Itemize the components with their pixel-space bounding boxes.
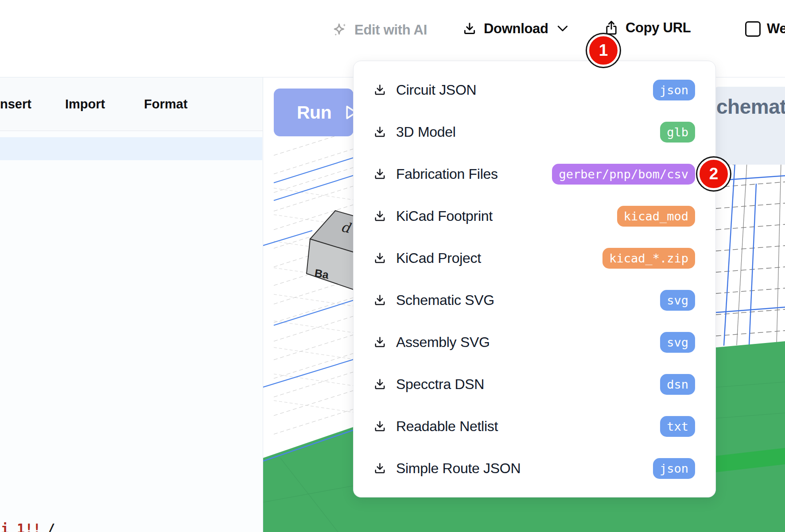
menu-item-label: KiCad Project <box>396 250 481 266</box>
menu-item-label: Assembly SVG <box>396 334 490 351</box>
run-button-label: Run <box>297 102 331 123</box>
download-menu-item[interactable]: Readable Netlist txt <box>354 405 715 447</box>
download-menu-item[interactable]: Circuit JSON json <box>354 69 715 111</box>
code-slash-text: / <box>47 521 55 532</box>
webview-label: We <box>767 21 785 37</box>
webview-toggle[interactable]: We <box>745 21 785 37</box>
menu-insert[interactable]: nsert <box>0 97 31 112</box>
download-icon <box>373 462 387 475</box>
download-menu-item[interactable]: Simple Route JSON json <box>354 447 715 490</box>
download-menu: Circuit JSON json 3D Model glb Fabricati… <box>353 61 716 497</box>
menu-item-format-badge: kicad_mod <box>617 206 695 227</box>
download-icon <box>373 251 387 265</box>
annotation-step-2: 2 <box>697 158 730 190</box>
download-menu-item[interactable]: KiCad Project kicad_*.zip <box>354 237 715 279</box>
play-icon <box>345 105 354 120</box>
copy-url-button[interactable]: Copy URL <box>604 20 691 36</box>
box-front-label: Ba <box>314 266 330 281</box>
download-menu-item[interactable]: 3D Model glb <box>354 111 715 153</box>
sparkle-icon <box>331 21 348 39</box>
download-menu-item[interactable]: KiCad Footprint kicad_mod <box>354 195 715 237</box>
menu-item-format-badge: json <box>653 80 695 101</box>
annotation-step-1: 1 <box>587 34 620 67</box>
menu-item-format-badge: dsn <box>660 374 695 395</box>
menu-item-format-badge: txt <box>660 416 695 437</box>
menu-item-format-badge: glb <box>660 122 695 143</box>
menu-item-format-badge: json <box>653 458 695 479</box>
download-icon <box>373 335 387 349</box>
menu-item-format-badge: svg <box>660 290 695 311</box>
menu-item-format-badge: kicad_*.zip <box>602 248 695 269</box>
menu-format[interactable]: Format <box>144 97 187 112</box>
download-menu-item[interactable]: Specctra DSN dsn <box>354 363 715 405</box>
run-button[interactable]: Run <box>274 89 354 136</box>
download-icon <box>373 167 387 181</box>
download-icon <box>373 125 387 139</box>
menu-item-label: Specctra DSN <box>396 376 484 393</box>
download-icon <box>373 420 387 433</box>
copy-url-label: Copy URL <box>626 20 691 36</box>
chevron-down-icon <box>557 25 568 33</box>
schematic-tab-label: chemati <box>716 95 785 119</box>
grid-blue-lines-right <box>716 162 785 346</box>
webview-checkbox[interactable] <box>745 21 761 37</box>
edit-with-ai-label: Edit with AI <box>354 22 427 38</box>
download-icon <box>373 209 387 223</box>
annotation-1-number: 1 <box>599 41 608 60</box>
menu-item-format-badge: gerber/pnp/bom/csv <box>552 164 695 185</box>
menu-item-label: KiCad Footprint <box>396 208 493 224</box>
menu-item-label: Schematic SVG <box>396 292 494 308</box>
menu-item-label: 3D Model <box>396 124 456 140</box>
download-icon <box>373 293 387 307</box>
download-menu-item[interactable]: Schematic SVG svg <box>354 279 715 321</box>
menu-item-format-badge: svg <box>660 332 695 353</box>
menu-import[interactable]: Import <box>65 97 105 112</box>
download-icon <box>373 83 387 97</box>
edit-with-ai-button[interactable]: Edit with AI <box>331 21 427 39</box>
menu-item-label: Readable Netlist <box>396 418 498 435</box>
grid-vlines-right <box>737 162 781 345</box>
editor-code-fragment: i 1!!/ <box>1 521 89 532</box>
editor-menu-bar: nsert Import Format <box>0 77 263 131</box>
share-icon <box>604 20 619 36</box>
tab-schematic[interactable]: chemati <box>713 87 785 165</box>
download-icon <box>373 378 387 391</box>
menu-item-label: Fabrication Files <box>396 166 498 182</box>
code-red-text: i 1!! <box>1 521 41 532</box>
download-menu-item[interactable]: Assembly SVG svg <box>354 321 715 363</box>
editor-highlighted-line <box>0 137 262 160</box>
download-label: Download <box>484 21 548 37</box>
menu-item-label: Circuit JSON <box>396 82 476 98</box>
menu-item-label: Simple Route JSON <box>396 460 521 477</box>
annotation-2-number: 2 <box>709 165 719 183</box>
download-button[interactable]: Download <box>462 21 568 37</box>
download-icon <box>462 21 477 36</box>
download-menu-item[interactable]: Fabrication Files gerber/pnp/bom/csv <box>354 153 715 195</box>
